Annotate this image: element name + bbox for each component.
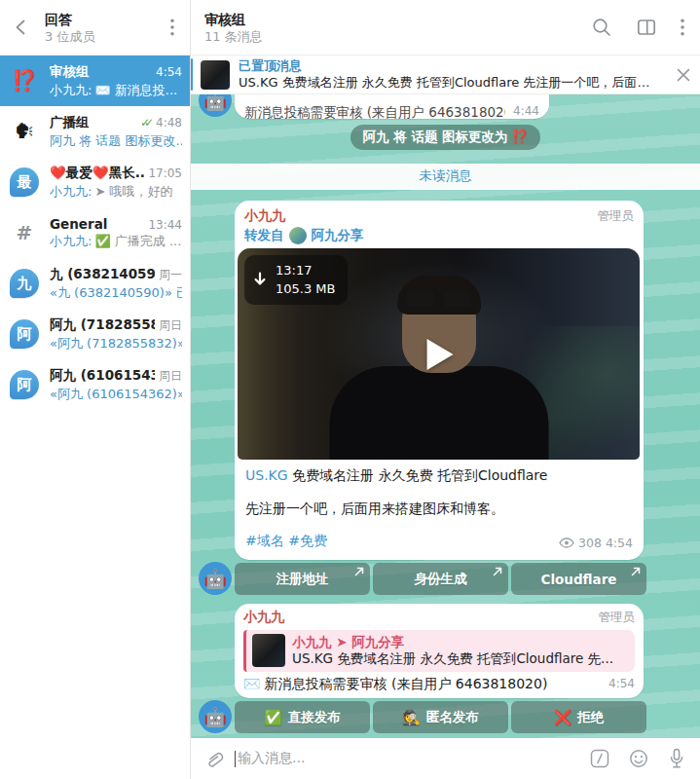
download-icon: [253, 272, 267, 287]
check-emoji: ✅: [264, 709, 282, 726]
message-group-review: 🤖 小九九 管理员 小九九 ➤ 阿九分享 US.KG 免费域名注册 永久免费 托…: [235, 604, 644, 733]
text-cursor: [235, 751, 236, 767]
topic-time: 4:54: [156, 65, 182, 79]
message-meta: 308 4:54: [559, 536, 633, 550]
quote-title: 小九九 ➤ 阿九分享: [292, 634, 613, 650]
message-time: 4:54: [606, 536, 633, 550]
topic-icon-bubble: 阿: [8, 368, 41, 401]
unread-divider: 未读消息: [191, 164, 700, 190]
topic-list: ⁉️ 审核组4:54 小九九:✉️ 新消息投... 🗣 广播组✓✓4:48 阿九…: [0, 56, 190, 779]
message-text: 新消息投稿需要审核 (来自用户 6463818020): [264, 676, 547, 691]
preview-sender: 小九九:: [50, 184, 92, 199]
close-icon[interactable]: [667, 67, 700, 83]
preview-text: 阿九 将 话题 图标更改...: [50, 133, 182, 148]
pinned-text: US.KG 免费域名注册 永久免费 托管到Cloudflare 先注册一个吧，后…: [239, 74, 667, 91]
topic-icon-exclamation: ⁉️: [8, 64, 41, 97]
external-link-icon: [354, 567, 364, 576]
button-anonymous-publish[interactable]: 🕵️匿名发布: [373, 701, 508, 733]
topic-time: 13:44: [148, 218, 182, 232]
message-area: 🤖 新消息投稿需要审核 (来自用户 6463818020) 4:44 阿九 将 …: [191, 94, 700, 738]
message-caption: US.KG 免费域名注册 永久免费 托管到Cloudflare 先注册一个吧，后…: [238, 460, 641, 557]
inline-keyboard: ✅直接发布 🕵️匿名发布 ❌拒绝: [235, 701, 646, 733]
video-player[interactable]: 13:17 105.3 MB: [238, 248, 640, 460]
forward-channel-name: 阿九分享: [312, 227, 364, 244]
forwarded-from[interactable]: 转发自 阿九分享: [238, 225, 641, 248]
chat-header: 审核组 11 条消息: [191, 0, 700, 56]
preview-text: «阿九 (6106154362)» 已...: [50, 387, 182, 401]
topic-item-broadcast[interactable]: 🗣 广播组✓✓4:48 阿九 将 话题 图标更改...: [0, 106, 190, 157]
pinned-accent: [191, 58, 193, 91]
attach-icon[interactable]: [203, 748, 225, 770]
robot-avatar-icon: 🤖: [203, 568, 227, 590]
topic-item-general[interactable]: # General13:44 小九九:✅ 广播完成 ...: [0, 207, 190, 258]
topic-icon-hash: #: [8, 216, 41, 249]
topic-icon-bubble: 最: [8, 166, 41, 199]
avatar[interactable]: 🤖: [199, 94, 232, 117]
split-view-icon[interactable]: [636, 17, 657, 38]
hashtags[interactable]: #域名 #免费: [245, 533, 327, 550]
topic-item-ajiu-1[interactable]: 阿 阿九 (7182855832)周日 «阿九 (7182855832)» 已.…: [0, 309, 190, 359]
message-composer: 输入消息...: [191, 738, 700, 779]
group-title: 回答: [45, 11, 163, 28]
play-icon[interactable]: [426, 339, 453, 370]
quote-thumbnail: [252, 634, 285, 667]
emoji-icon[interactable]: [628, 748, 649, 769]
topic-item-review[interactable]: ⁉️ 审核组4:54 小九九:✉️ 新消息投...: [0, 56, 190, 106]
microphone-icon[interactable]: [667, 748, 686, 770]
views-count: 308: [578, 536, 602, 550]
button-register-url[interactable]: 注册地址: [235, 563, 370, 595]
reply-quote[interactable]: 小九九 ➤ 阿九分享 US.KG 免费域名注册 永久免费 托管到Cloudfla…: [243, 630, 635, 672]
topic-item-ajiu-2[interactable]: 阿 阿九 (6106154362)周日 «阿九 (6106154362)» 已.…: [0, 359, 190, 410]
back-arrow-icon[interactable]: [10, 16, 33, 39]
cross-emoji: ❌: [554, 709, 572, 726]
topic-time: 周日: [159, 317, 182, 334]
search-icon[interactable]: [591, 17, 612, 38]
message-group-video: 🤖 小九九 管理员 转发自 阿九分享: [235, 201, 644, 595]
views-eye-icon: [559, 538, 574, 548]
preview-text: «九 (6382140590)» 已创...: [50, 285, 182, 300]
read-ticks-icon: ✓✓: [140, 116, 148, 130]
envelope-icon: ✉️: [243, 676, 260, 691]
preview-sender: 小九九:: [50, 234, 92, 248]
sidebar-titles: 回答 3 位成员: [45, 11, 163, 45]
group-members-count: 3 位成员: [45, 28, 163, 45]
pinned-message-bar[interactable]: 已置顶消息 US.KG 免费域名注册 永久免费 托管到Cloudflare 先注…: [191, 56, 700, 94]
external-link-icon: [631, 567, 641, 576]
topic-item-favorite[interactable]: 最 ❤️最爱❤️黑长...17:05 小九九:➤ 哦哦，好的: [0, 157, 190, 207]
video-duration: 13:17: [276, 261, 335, 279]
topic-title: 广播组: [50, 114, 90, 131]
chat-title: 审核组: [204, 11, 591, 28]
detective-emoji: 🕵️: [402, 709, 421, 726]
service-message: 阿九 将 话题 图标更改为⁉️: [350, 125, 541, 150]
sender-name[interactable]: 小九九: [243, 609, 284, 626]
button-cloudflare[interactable]: Cloudflare: [511, 563, 646, 595]
domain-link[interactable]: US.KG: [245, 467, 288, 483]
bot-commands-icon[interactable]: [589, 748, 610, 769]
preview-text: ➤ 哦哦，好的: [94, 184, 172, 199]
robot-avatar-icon: 🤖: [203, 706, 227, 728]
video-person-silhouette: [329, 366, 548, 460]
sender-name[interactable]: 小九九: [244, 207, 285, 225]
topic-title: 九 (6382140590): [50, 266, 155, 283]
message-input[interactable]: 输入消息...: [235, 750, 579, 767]
topic-item-jiu[interactable]: 九 九 (6382140590)周一 «九 (6382140590)» 已创..…: [0, 258, 190, 309]
admin-badge: 管理员: [599, 610, 636, 626]
button-publish[interactable]: ✅直接发布: [235, 701, 370, 733]
robot-avatar-icon: 🤖: [203, 94, 227, 112]
quote-text: US.KG 免费域名注册 永久免费 托管到Cloudflare 先...: [292, 650, 613, 667]
video-download-badge[interactable]: 13:17 105.3 MB: [244, 255, 348, 305]
button-identity-gen[interactable]: 身份生成: [373, 563, 508, 595]
topic-title: 阿九 (6106154362): [50, 367, 155, 385]
topic-time: 17:05: [148, 167, 182, 180]
topic-icon-bubble: 阿: [8, 317, 41, 351]
topic-time: 周一: [159, 267, 182, 283]
chat-menu-icon[interactable]: [681, 19, 684, 36]
sidebar-menu-icon[interactable]: [163, 16, 182, 39]
avatar[interactable]: 🤖: [199, 700, 232, 733]
avatar[interactable]: 🤖: [199, 562, 232, 595]
button-reject[interactable]: ❌拒绝: [511, 701, 646, 733]
main-panel: 审核组 11 条消息 已置顶消息 US.KG 免费域名注册 永久免费 托管到Cl…: [191, 0, 700, 779]
sidebar: 回答 3 位成员 ⁉️ 审核组4:54 小九九:✉️ 新消息投... 🗣 广播组…: [0, 0, 191, 779]
message-text: 新消息投稿需要审核 (来自用户 6463818020): [244, 104, 505, 119]
preview-text: ✉️ 新消息投...: [94, 83, 177, 97]
